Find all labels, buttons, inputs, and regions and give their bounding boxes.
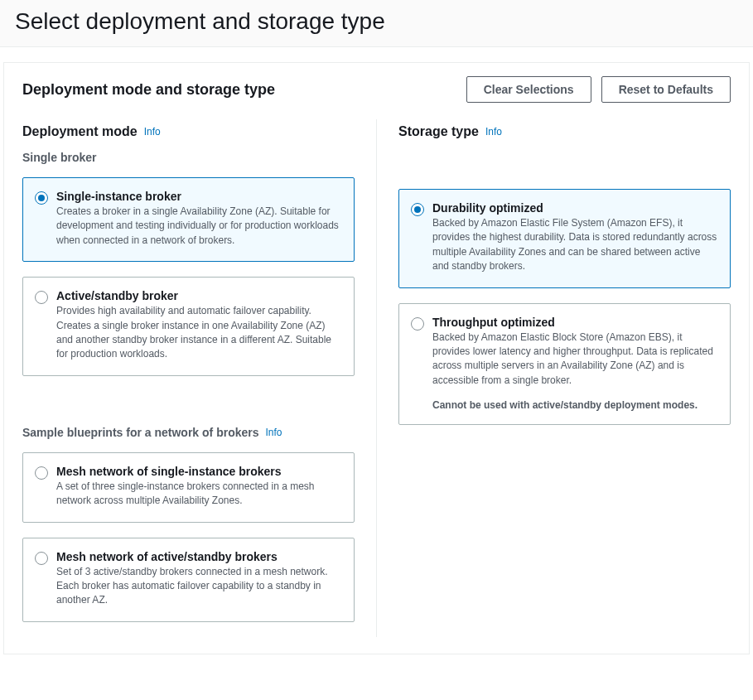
tile-title: Mesh network of active/standby brokers <box>56 550 342 563</box>
tile-title: Throughput optimized <box>432 316 718 329</box>
tile-desc: Provides high availability and automatic… <box>56 304 342 362</box>
single-broker-subheading: Single broker <box>22 151 355 164</box>
panel-header: Deployment mode and storage type Clear S… <box>4 63 749 119</box>
page-header: Select deployment and storage type <box>0 0 753 47</box>
tile-body: Mesh network of active/standby brokers S… <box>56 550 342 608</box>
storage-option-throughput[interactable]: Throughput optimized Backed by Amazon El… <box>398 303 731 426</box>
tile-desc: Backed by Amazon Elastic Block Store (Am… <box>432 331 718 389</box>
storage-column: Storage type Info Durability optimized B… <box>376 119 731 637</box>
storage-option-durability[interactable]: Durability optimized Backed by Amazon El… <box>398 189 731 288</box>
page-title: Select deployment and storage type <box>15 8 738 35</box>
radio-icon <box>35 466 48 480</box>
tile-body: Throughput optimized Backed by Amazon El… <box>432 316 718 412</box>
deployment-info-link[interactable]: Info <box>144 126 161 138</box>
radio-icon <box>35 291 48 304</box>
storage-heading: Storage type Info <box>398 124 731 139</box>
tile-desc: Set of 3 active/standby brokers connecte… <box>56 565 342 608</box>
radio-icon <box>35 552 48 565</box>
tile-desc: Backed by Amazon Elastic File System (Am… <box>432 216 718 274</box>
tile-title: Durability optimized <box>432 201 718 215</box>
storage-info-link[interactable]: Info <box>485 126 502 138</box>
tile-title: Active/standby broker <box>56 289 342 302</box>
tile-desc: Creates a broker in a single Availabilit… <box>56 205 342 248</box>
deployment-option-single-instance[interactable]: Single-instance broker Creates a broker … <box>22 177 355 262</box>
tile-title: Single-instance broker <box>56 190 342 203</box>
clear-selections-button[interactable]: Clear Selections <box>466 76 591 103</box>
panel-body: Deployment mode Info Single broker Singl… <box>4 119 749 637</box>
deployment-heading: Deployment mode Info <box>22 124 355 139</box>
blueprint-option-mesh-single[interactable]: Mesh network of single-instance brokers … <box>22 452 355 523</box>
blueprints-subheading: Sample blueprints for a network of broke… <box>22 426 355 439</box>
tile-desc: A set of three single-instance brokers c… <box>56 480 342 509</box>
tile-title: Mesh network of single-instance brokers <box>56 465 342 478</box>
tile-body: Active/standby broker Provides high avai… <box>56 289 342 362</box>
radio-icon <box>411 203 424 216</box>
panel-actions: Clear Selections Reset to Defaults <box>466 76 731 103</box>
tile-body: Mesh network of single-instance brokers … <box>56 465 342 509</box>
reset-to-defaults-button[interactable]: Reset to Defaults <box>601 76 731 103</box>
blueprints-info-link[interactable]: Info <box>266 427 282 438</box>
radio-icon <box>411 317 424 331</box>
tile-body: Single-instance broker Creates a broker … <box>56 190 342 248</box>
blueprint-option-mesh-active-standby[interactable]: Mesh network of active/standby brokers S… <box>22 538 355 622</box>
deployment-column: Deployment mode Info Single broker Singl… <box>22 119 376 637</box>
deployment-option-active-standby[interactable]: Active/standby broker Provides high avai… <box>22 277 355 376</box>
radio-icon <box>35 191 48 205</box>
tile-body: Durability optimized Backed by Amazon El… <box>432 201 718 274</box>
panel-title: Deployment mode and storage type <box>22 81 275 99</box>
blueprints-heading-label: Sample blueprints for a network of broke… <box>22 426 259 439</box>
main-panel: Deployment mode and storage type Clear S… <box>3 62 750 654</box>
deployment-heading-label: Deployment mode <box>22 124 138 139</box>
tile-note: Cannot be used with active/standby deplo… <box>432 399 718 411</box>
storage-heading-label: Storage type <box>398 124 479 139</box>
